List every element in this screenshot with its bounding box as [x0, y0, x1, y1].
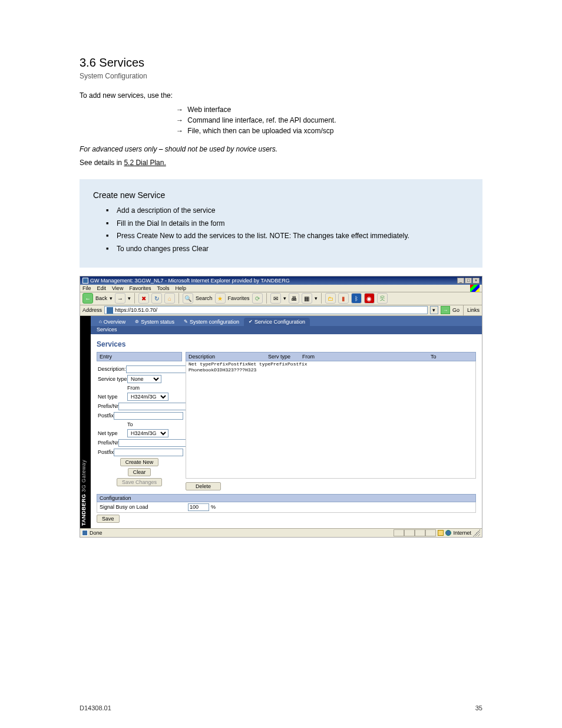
menu-help[interactable]: Help	[175, 285, 186, 291]
address-input[interactable]: https://10.51.0.70/	[104, 306, 428, 314]
to-prefix-label: Prefix/Nr	[98, 440, 118, 446]
from-nettype-select[interactable]: H324m/3G	[127, 393, 168, 401]
table-subheader: Net type Prefix Postfix Net type Prefix …	[186, 361, 476, 367]
to-nettype-select[interactable]: H324m/3G	[127, 429, 168, 437]
red-icon[interactable]: ◉	[364, 293, 375, 304]
zone-label: Internet	[453, 530, 471, 536]
list-item: → Web interface	[174, 104, 482, 115]
menu-file[interactable]: File	[82, 285, 91, 291]
config-header: Configuration	[97, 494, 476, 502]
busy-load-input[interactable]	[188, 503, 209, 511]
stop-button[interactable]: ✖	[138, 293, 149, 304]
maximize-button[interactable]: □	[465, 278, 472, 284]
tab-system-status[interactable]: ⊚ System status	[130, 318, 179, 326]
to-prefix-input[interactable]	[118, 439, 188, 447]
address-label: Address	[82, 307, 102, 313]
table-header: Description Serv type From To	[186, 352, 476, 361]
brand-sidebar: TANDBERG 3G Gateway	[80, 316, 91, 528]
tab-system-configuration[interactable]: ✎ System configuration	[179, 318, 244, 326]
mail-button[interactable]: ✉	[270, 293, 281, 304]
arrow-icon: →	[174, 115, 186, 126]
list-item: Press Create New to add the services to …	[106, 231, 469, 241]
back-label: Back	[95, 295, 107, 301]
forward-button[interactable]: →	[115, 293, 125, 304]
search-label: Search	[196, 295, 213, 301]
refresh-button[interactable]: ↻	[151, 293, 162, 304]
from-label: From	[127, 385, 181, 391]
status-text: Done	[90, 530, 103, 536]
list-item: To undo changes press Clear	[106, 244, 469, 254]
menu-favorites[interactable]: Favorites	[129, 285, 151, 291]
links-label[interactable]: Links	[467, 307, 480, 313]
globe-icon	[445, 530, 451, 536]
options-list: → Web interface → Command line interface…	[174, 104, 482, 136]
back-button[interactable]: ←	[82, 293, 93, 304]
print-button[interactable]: 🖶	[289, 293, 299, 304]
to-postfix-input[interactable]	[114, 449, 183, 456]
to-nettype-label: Net type	[98, 430, 127, 436]
bluetooth-icon[interactable]: ᛒ	[351, 293, 362, 304]
go-label: Go	[452, 307, 459, 313]
table-row[interactable]: Phonebook DID H323 ???? H323	[186, 367, 476, 479]
list-item: Fill in the Dial In details in the form	[106, 219, 469, 229]
clear-button[interactable]: Clear	[128, 468, 151, 476]
window-titlebar: GW Management: 3GGW_NL7 - Microsoft Inte…	[80, 276, 482, 285]
list-item-label: Web interface	[187, 106, 231, 114]
tab-bar: ⌂ Overview ⊚ System status ✎ System conf…	[91, 316, 482, 326]
window-title: GW Management: 3GGW_NL7 - Microsoft Inte…	[90, 278, 290, 284]
tab-overview[interactable]: ⌂ Overview	[94, 318, 130, 326]
ref-link[interactable]: 5.2 Dial Plan.	[124, 159, 166, 167]
screenshot: GW Management: 3GGW_NL7 - Microsoft Inte…	[80, 276, 482, 538]
col-description: Description	[189, 354, 268, 360]
from-postfix-label: Postfix	[98, 413, 114, 419]
description-input[interactable]	[126, 365, 196, 373]
favorites-label: Favorites	[228, 295, 250, 301]
menu-view[interactable]: View	[112, 285, 123, 291]
check-icon: ✔	[249, 319, 253, 324]
from-prefix-label: Prefix/Nr	[98, 403, 118, 409]
config-row: Signal Busy on Load %	[97, 502, 476, 513]
delete-button[interactable]: Delete	[186, 482, 221, 490]
save-changes-button[interactable]: Save Changes	[117, 478, 162, 486]
to-postfix-label: Postfix	[98, 449, 114, 455]
intro-paragraph: To add new services, use the:	[80, 91, 482, 101]
messenger-icon[interactable]: 웃	[377, 293, 388, 304]
warning-text: For advanced users only – should not be …	[80, 145, 277, 153]
from-postfix-input[interactable]	[114, 412, 183, 420]
folder-icon[interactable]: 🗀	[325, 293, 336, 304]
create-new-button[interactable]: Create New	[120, 458, 159, 466]
description-label: Description:	[98, 366, 126, 372]
close-button[interactable]: ×	[472, 278, 480, 284]
menubar: File Edit View Favorites Tools Help	[80, 285, 482, 292]
service-type-select[interactable]: None	[127, 375, 161, 383]
sub-tab-services[interactable]: Services	[91, 326, 482, 334]
address-value: https://10.51.0.70/	[115, 307, 157, 313]
save-button[interactable]: Save	[97, 515, 120, 523]
service-type-label: Service type	[98, 376, 127, 382]
list-item-label: File, which then can be uploaded via xco…	[187, 127, 333, 135]
arrow-icon: →	[174, 104, 186, 115]
tab-service-configuration[interactable]: ✔ Service Configuration	[244, 318, 310, 326]
section-title: 3.6 Services	[80, 56, 482, 70]
col-servtype: Serv type	[268, 354, 302, 360]
tool-icon[interactable]: ▮	[338, 293, 349, 304]
list-item: → File, which then can be uploaded via x…	[174, 126, 482, 136]
address-dropdown-button[interactable]: ▾	[430, 306, 438, 314]
page-icon	[82, 530, 88, 536]
note-box: Create new Service Add a description of …	[80, 179, 482, 268]
edit-button[interactable]: ▦	[302, 293, 312, 304]
lock-icon	[438, 530, 444, 536]
status-cell	[394, 529, 404, 536]
menu-edit[interactable]: Edit	[97, 285, 107, 291]
status-cell	[404, 529, 415, 536]
favorites-button[interactable]: ★	[215, 293, 226, 304]
home-icon: ⌂	[99, 319, 102, 324]
home-button[interactable]: ⌂	[164, 293, 175, 304]
minimize-button[interactable]: _	[457, 278, 464, 284]
menu-tools[interactable]: Tools	[157, 285, 169, 291]
go-button[interactable]: →	[441, 306, 450, 314]
search-button[interactable]: 🔍	[183, 293, 193, 304]
from-prefix-input[interactable]	[118, 403, 188, 410]
history-button[interactable]: ⟳	[252, 293, 263, 304]
resize-grip-icon[interactable]	[473, 529, 480, 536]
